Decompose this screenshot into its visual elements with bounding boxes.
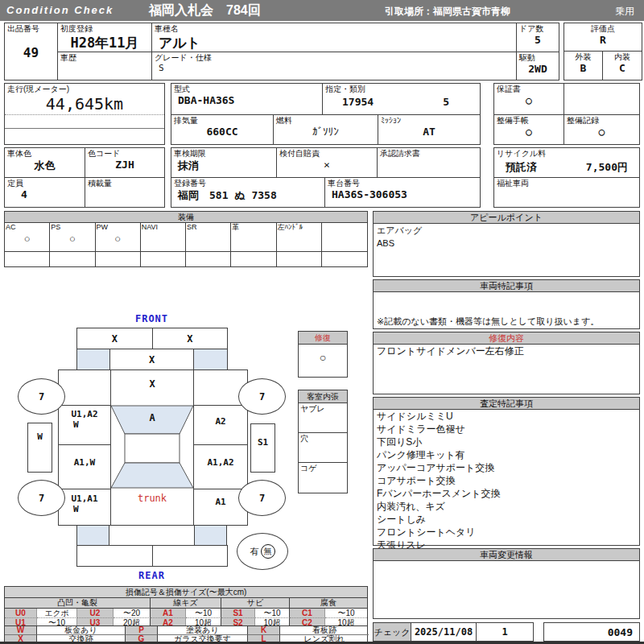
right-mid-panel-mark: A1,A2 (194, 457, 247, 468)
registration-number-cell: 登録番号 福岡 581 ぬ 7358 (171, 177, 325, 208)
title-bar: Condition Check 福岡入札会 784回 引取場所：福岡県古賀市青柳… (0, 0, 644, 21)
wheel-rear-left: 7 (18, 480, 65, 516)
score-label: 評価点 (564, 23, 642, 34)
wheel-rear-right: 7 (238, 480, 286, 516)
inspection-expiry-value: 抹消 (171, 159, 276, 173)
model-name-value: アルト (152, 34, 516, 52)
rear-bumper-right (152, 546, 228, 566)
repair-detail-panel: 修復内容 フロントサイドメンバー左右修正 (373, 332, 640, 394)
inspection-note: アッパーコアサポート交換 (374, 461, 639, 474)
equipment-label: PS (51, 223, 60, 231)
first-registration-value: H28年11月 (58, 34, 151, 52)
type-class-label: 指定・類別 (323, 84, 480, 94)
cabin-lining-item-tear: ヤブレ (299, 403, 347, 433)
inspection-note: サイドミラー色褪せ (374, 423, 639, 436)
history-cell: 車歴 (57, 52, 152, 80)
vehicle-change-info-title: 車両変更情報 (374, 549, 639, 561)
interior-grade-label: 内装 (603, 52, 642, 62)
chassis-number-cell: 車台番号 HA36S-306053 (324, 177, 481, 208)
right-front-panel-mark: A2 (194, 416, 247, 427)
inspection-notes-panel: 査定特記事項 サイドシルミミU サイドミラー色褪せ 下回りS小 パンク修理キット… (373, 397, 640, 546)
displacement-value: 660CC (171, 126, 273, 138)
sheet-number-box: 0049 (543, 622, 640, 642)
doors-cell: ドア数 5 (516, 23, 559, 52)
insurance-cell: 検付自賠責 × (276, 147, 378, 178)
trunk-label: trunk (110, 493, 194, 504)
mileage-label: 走行(現メーター) (5, 84, 164, 94)
inspection-note: 内装汚れ、キズ (374, 500, 639, 513)
transmission-value: AT (378, 126, 480, 138)
equipment-spare-cell (96, 252, 141, 266)
wheel-front-right: 7 (238, 378, 286, 415)
inspection-expiry-cell: 車検期限 抹消 (171, 147, 277, 178)
maintenance-record-label: 整備記録 (564, 115, 639, 126)
drive-value: 2WD (517, 63, 559, 75)
inspection-note: パンク修理キット有 (374, 448, 639, 461)
equipment-label: 革 (232, 223, 239, 231)
diagram-front-label: FRONT (76, 313, 227, 324)
right-rocker-mark: S1 (258, 437, 268, 448)
first-registration-label: 初度登録 (58, 23, 151, 34)
mileage-value: 44,645km (5, 94, 164, 114)
load-capacity-label: 積載量 (85, 178, 164, 188)
vehicle-special-notes-panel: 車両特記事項 ※記載のない書類・機器等は無しとして取り扱います。 (373, 279, 640, 329)
maintenance-record-cell: 整備記録 ○ (564, 114, 640, 145)
right-rocker-panel: S1 (250, 423, 275, 473)
equipment-cell-navi: NAVI (141, 223, 186, 252)
check-count: 1 (477, 623, 533, 641)
front-bumper-right-mark: X (152, 328, 228, 349)
legend-value: 〜10 (255, 609, 290, 618)
legend-value: 〜10 (186, 609, 221, 618)
repair-history-value: ○ (299, 345, 347, 364)
maintenance-record-value: ○ (564, 126, 639, 138)
model-code-label: 型式 (171, 84, 322, 94)
inspection-note: サイドシルミミU (374, 410, 639, 423)
fuel-cell: 燃料 ｶﾞｿﾘﾝ (273, 114, 378, 145)
model-name-cell: 車種名 アルト (151, 23, 517, 52)
rear-window-shape (111, 463, 193, 488)
front-fender-right (193, 349, 227, 369)
rear-fender-right (194, 525, 227, 546)
model-code-value: DBA-HA36S (171, 94, 322, 106)
grade-cell: グレード・仕様 S (151, 52, 517, 80)
repair-history-title: 修復 (299, 332, 347, 345)
equipment-label: SR (187, 223, 197, 231)
mileage-cell: 走行(現メーター) 44,645km (4, 83, 165, 145)
divider (5, 128, 164, 129)
panel-divider (58, 444, 111, 445)
legend-group-corrosion: 腐食 (290, 598, 367, 609)
grade-value: S (152, 63, 516, 73)
type-number-value: 17954 (342, 96, 374, 108)
spare-tire-no-circled: 無 (261, 544, 275, 559)
legend-group-dents: 凸凹・亀裂 (5, 598, 151, 609)
maintenance-book-cell: 整備手帳 ○ (493, 114, 564, 145)
cabin-lining-box: 客室内張 ヤブレ 穴 コゲ (298, 390, 348, 493)
spare-tire-yes: 有 (250, 546, 259, 558)
body-color-label: 車体色 (5, 148, 85, 159)
body-color-cell: 車体色 水色 (4, 147, 85, 178)
equipment-cell-ac: AC○ (5, 223, 50, 252)
approval-request-cell: 承認請求書 (377, 147, 481, 178)
inspection-note: 下回りS小 (374, 436, 639, 448)
legend-code: A1 (151, 609, 186, 618)
score-cell: 評価点 R (564, 23, 642, 52)
panel-divider (58, 405, 111, 406)
lot-number-label: 出品番号 (5, 23, 57, 34)
sheet-number-value: 0049 (544, 623, 639, 638)
front-bumper-left-mark: X (77, 328, 152, 349)
inspection-note: シートしみ (374, 513, 639, 526)
divider (5, 114, 164, 115)
score-value: R (564, 34, 642, 46)
legend-value: エクボ (37, 609, 77, 618)
repair-history-box: 修復 ○ (298, 331, 348, 378)
rear-bumper-left (77, 546, 152, 566)
check-date: 2025/11/08 (411, 623, 477, 641)
inspection-note: フロントシートヘタリ (374, 526, 639, 539)
equipment-cell-pw: PW○ (96, 223, 141, 252)
registration-number-value: 福岡 581 ぬ 7358 (171, 188, 324, 203)
left-rocker-mark: W (37, 431, 43, 442)
equipment-spare-cell (231, 252, 276, 266)
cabin-lining-item-burn: コゲ (299, 463, 347, 493)
legend-code: S1 (221, 609, 255, 618)
equipment-spare-cell (141, 252, 186, 266)
